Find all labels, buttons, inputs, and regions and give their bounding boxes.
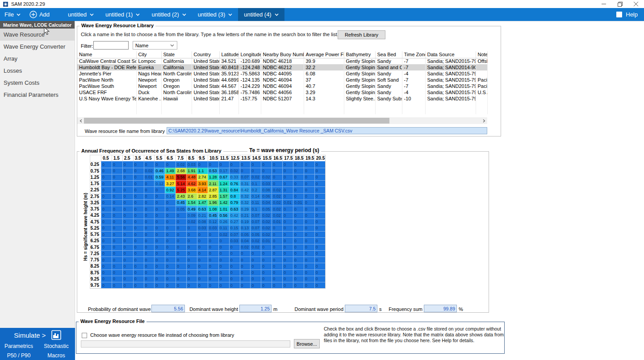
use-file-checkbox[interactable] [82, 333, 87, 338]
column-header-latitude[interactable]: Latitude [219, 51, 238, 58]
matrix-cell: 0 [314, 269, 325, 276]
minimize-button[interactable] [596, 0, 612, 8]
scrollbar-thumb[interactable] [84, 118, 389, 124]
table-cell: Sand and Clay [375, 64, 402, 70]
stochastic-button[interactable]: Stochastic [38, 343, 75, 349]
matrix-cell: 0 [133, 161, 144, 167]
table-row-usace-frf[interactable]: USACE FRFDuckNorth CarolinaUnited States… [77, 89, 487, 95]
table-row-humboldt-bay-doe-reference[interactable]: Humboldt Bay - DOE ReferenceEurekaCalifo… [77, 64, 487, 70]
tab-untitled-2[interactable]: untitled (2) [146, 8, 192, 21]
maximize-button[interactable] [612, 0, 628, 8]
matrix-cell: 0.02 [272, 193, 282, 199]
table-cell: NDBC 44056 [261, 89, 304, 95]
matrix-cell: 0.8 [229, 193, 240, 199]
tab-untitled-3[interactable]: untitled (3) [192, 8, 238, 21]
matrix-cell: 0 [240, 263, 251, 269]
matrix-cell: 1.96 [208, 199, 218, 206]
frequency-sum-value: 99.89 [424, 305, 457, 312]
matrix-cell: 0 [272, 180, 282, 186]
p50-p90-button[interactable]: P50 / P90 [0, 352, 38, 359]
column-header-notes[interactable]: Notes [476, 51, 487, 58]
refresh-library-button[interactable]: Refresh Library [338, 30, 385, 39]
tab-untitled[interactable]: untitled [62, 8, 100, 21]
table-cell [425, 108, 476, 114]
column-header-time-zone[interactable]: Time Zone [402, 51, 425, 58]
matrix-cell: 0.02 [250, 174, 261, 180]
column-header-country[interactable]: Country [192, 51, 219, 58]
table-row-pacwave-south[interactable]: PacWave SouthNewportOregonUnited States4… [77, 83, 487, 89]
matrix-cell: 0.07 [240, 174, 251, 180]
matrix-cell: 0 [144, 199, 155, 206]
matrix-cell: 0 [101, 237, 112, 244]
matrix-cell: 2.85 [208, 193, 218, 199]
resource-file-input[interactable] [81, 340, 290, 348]
column-header-state[interactable]: State [161, 51, 192, 58]
matrix-cell: 4.11 [165, 174, 176, 180]
table-cell: Sandia; SAND2015-7963 [425, 70, 476, 77]
matrix-cell: 0 [122, 269, 133, 276]
matrix-cell: 0 [261, 161, 272, 167]
filter-input[interactable] [93, 41, 129, 50]
matrix-cell: 0 [197, 250, 208, 257]
browse-button[interactable]: Browse... [294, 339, 320, 348]
matrix-cell: 0.79 [229, 199, 240, 206]
help-icon [616, 12, 622, 17]
matrix-cell: 0 [240, 257, 251, 263]
matrix-cell: 0 [218, 269, 229, 276]
matrix-cell: 0.15 [229, 225, 240, 231]
table-cell: Sandy [375, 83, 402, 89]
column-header-data-source[interactable]: Data Source [425, 51, 476, 58]
matrix-cell: 0.02 [186, 219, 197, 225]
matrix-cell: 0 [122, 257, 133, 263]
add-button[interactable]: Add [25, 8, 54, 21]
file-menu[interactable]: File [0, 8, 25, 21]
table-cell: Sandia; SAND2015-7963 [425, 58, 476, 64]
table-cell: -75.5863 [238, 70, 261, 77]
matrix-cell: 0 [197, 276, 208, 282]
scroll-right-arrow[interactable] [481, 117, 487, 124]
column-header-sea-bed[interactable]: Sea Bed [375, 51, 402, 58]
column-header-longitude[interactable]: Longitude [238, 51, 261, 58]
column-header-average-power-flux[interactable]: Average Power Flux [304, 51, 344, 58]
sidebar-item-losses[interactable]: Losses [0, 65, 75, 77]
results-chart-icon[interactable] [51, 330, 61, 340]
matrix-cell: 0 [101, 282, 112, 288]
table-row-jennette-s-pier[interactable]: Jennette's PierNags HeadNorth CarolinaUn… [77, 70, 487, 77]
matrix-cell: 0 [144, 231, 155, 237]
table-cell: Newport [136, 77, 161, 83]
table-row-u-s-navy-wave-energy-test-si[interactable]: U.S Navy Wave Energy Test Si...Kaneohe .… [77, 95, 487, 102]
matrix-cell: 0.07 [250, 219, 261, 225]
column-header-name[interactable]: Name [77, 51, 136, 58]
scroll-left-arrow[interactable] [77, 117, 84, 124]
tab-untitled-1[interactable]: untitled (1) [100, 8, 146, 21]
close-button[interactable] [628, 0, 644, 8]
table-h-scrollbar[interactable] [77, 117, 487, 124]
matrix-cell: 0.02 [261, 225, 272, 231]
table-cell: -7 [402, 64, 425, 70]
table-row-pacwave-north[interactable]: PacWave NorthNewportOregonUnited States4… [77, 77, 487, 83]
table-row-calwave-central-coast-south[interactable]: CalWave Central Coast SouthLompocCalifor… [77, 58, 487, 64]
sidebar-item-wave-resource[interactable]: Wave Resource [0, 29, 75, 41]
matrix-cell: 0.03 [229, 237, 240, 244]
tab-untitled-4[interactable]: untitled (4) [238, 8, 284, 21]
sidebar-item-financial-parameters[interactable]: Financial Parameters [0, 89, 75, 101]
matrix-cell: 0 [165, 282, 176, 288]
sidebar-item-wave-energy-converter[interactable]: Wave Energy Converter [0, 41, 75, 53]
column-header-nearby-buoy-number[interactable]: Nearby Buoy Number [261, 51, 304, 58]
matrix-cell: 0 [208, 250, 218, 257]
matrix-cell: 0 [293, 174, 304, 180]
sidebar-item-array[interactable]: Array [0, 53, 75, 65]
matrix-cell: 0 [176, 269, 186, 276]
macros-button[interactable]: Macros [38, 352, 75, 359]
help-button[interactable]: Help [610, 8, 644, 21]
simulate-button[interactable]: Simulate > [14, 331, 46, 339]
parametrics-button[interactable]: Parametrics [0, 343, 38, 349]
column-header-bathymetry[interactable]: Bathymetry [344, 51, 375, 58]
matrix-cell: 0.14 [165, 193, 176, 199]
column-header-city[interactable]: City [136, 51, 161, 58]
sort-dropdown[interactable]: Name [133, 41, 177, 50]
sidebar-item-system-costs[interactable]: System Costs [0, 77, 75, 89]
table-cell: -7 [402, 58, 425, 64]
matrix-cell: 0 [282, 219, 293, 225]
dominant-period-label: Dominant wave period [290, 306, 343, 312]
